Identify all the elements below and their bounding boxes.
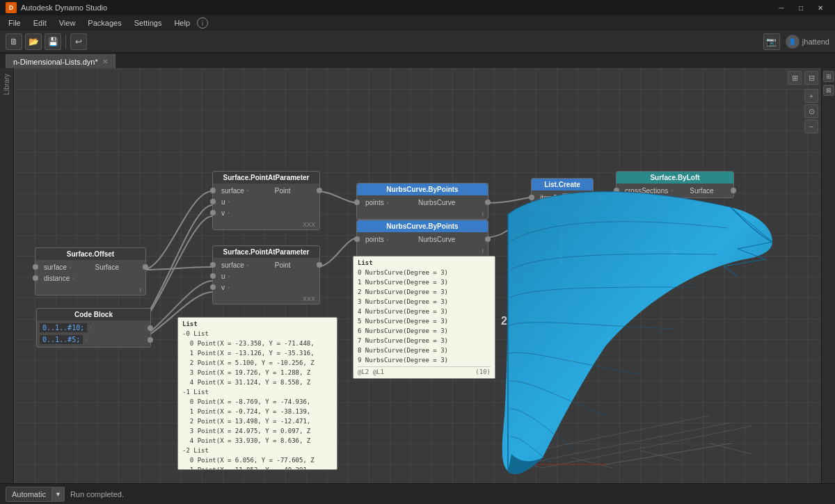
sp2-u-port[interactable] — [210, 273, 216, 279]
view-3d-button[interactable]: ⊟ — [804, 71, 818, 85]
minimize-button[interactable]: ─ — [772, 0, 790, 15]
surface-point1-node[interactable]: Surface.PointAtParameter surface › Point… — [212, 171, 320, 230]
surface-port-right[interactable] — [143, 264, 148, 270]
list-create-header: List.Create — [532, 179, 593, 190]
sp2-output-port[interactable] — [317, 262, 322, 268]
canvas-controls: ⊞ ⊟ — [788, 71, 818, 85]
maximize-button[interactable]: □ — [792, 0, 810, 15]
sp2-v-row: v › — [213, 282, 319, 293]
menu-settings[interactable]: Settings — [129, 17, 168, 29]
sp2-surface-row: surface › Point — [213, 259, 319, 270]
svg-line-3 — [501, 457, 543, 468]
nurbs2-output-port[interactable] — [485, 236, 491, 242]
sp1-v-label: v — [218, 209, 228, 217]
status-text: Run completed. — [70, 490, 124, 498]
tabbar: n-Dimensional-Lists.dyn* ✕ — [0, 53, 835, 68]
code2-port-right[interactable] — [148, 337, 153, 343]
code1-port-right[interactable] — [148, 325, 153, 331]
nurbs2-node[interactable]: NurbsCurve.ByPoints points › NurbsCurve … — [356, 220, 488, 257]
view-2d-button[interactable]: ⊞ — [788, 71, 802, 85]
preview-tooltip-points: List -0 List 0 Point(X = -23.358, Y = -7… — [177, 317, 337, 470]
active-tab[interactable]: n-Dimensional-Lists.dyn* ✕ — [6, 54, 116, 68]
code-block-header: Code Block — [37, 309, 150, 320]
zoom-controls: + ⊙ − — [804, 89, 818, 133]
surface-byloft-node[interactable]: Surface.ByLoft crossSections › Surface — [616, 171, 734, 198]
list-item0-port[interactable] — [529, 195, 534, 200]
surface-offset-header: Surface.Offset — [35, 248, 145, 260]
menu-file[interactable]: File — [3, 17, 26, 29]
list-create-controls: + - — [559, 193, 583, 202]
nurbs2-output-label: NurbsCurve — [415, 236, 458, 243]
sp1-output-port[interactable] — [317, 188, 322, 193]
close-button[interactable]: ✕ — [811, 0, 829, 15]
surface-offset-node[interactable]: Surface.Offset surface › Surface distanc… — [35, 247, 146, 295]
list-item1-port[interactable] — [529, 206, 534, 211]
run-mode-label: Automatic — [6, 490, 51, 498]
run-mode-arrow[interactable]: ▼ — [51, 487, 64, 502]
save-button[interactable]: 💾 — [45, 33, 61, 50]
surface-arrow: › — [70, 264, 72, 270]
surface-port-left[interactable] — [33, 264, 38, 270]
undo-button[interactable]: ↩ — [70, 33, 87, 50]
byloft-output-port[interactable] — [731, 188, 736, 193]
canvas-label-2: 2 — [501, 315, 507, 327]
list-output-port[interactable] — [598, 195, 603, 200]
list-add-button[interactable]: + — [562, 193, 571, 202]
nurbs1-body: points › NurbsCurve — [357, 195, 488, 209]
surface-label: surface — [41, 263, 70, 271]
tab-close-button[interactable]: ✕ — [102, 58, 108, 65]
menu-view[interactable]: View — [54, 17, 81, 29]
list-item0-label: item0 — [537, 194, 559, 202]
preview1-title: List — [182, 320, 333, 327]
main-area: Library — [0, 68, 835, 483]
sp1-v-port[interactable] — [210, 210, 216, 216]
open-button[interactable]: 📂 — [25, 33, 42, 50]
nurbs1-points-port[interactable] — [354, 200, 360, 205]
surface-point2-node[interactable]: Surface.PointAtParameter surface › Point… — [212, 245, 320, 304]
menu-packages[interactable]: Packages — [82, 17, 127, 29]
info-icon[interactable]: i — [197, 17, 208, 29]
nurbs2-header: NurbsCurve.ByPoints — [357, 220, 488, 232]
svg-line-1 — [522, 423, 731, 464]
surface-offset-footer: I — [35, 285, 145, 295]
list-output-label: list — [583, 194, 597, 202]
code-block-node[interactable]: Code Block 0..1..#10; › 0..1..#5; › — [36, 308, 151, 348]
canvas[interactable]: Surface.Offset surface › Surface distanc… — [14, 68, 821, 483]
list-create-node[interactable]: List.Create item0 + - list item1 — [531, 178, 594, 216]
svg-line-7 — [605, 444, 731, 464]
sp1-output-label: Point — [272, 187, 294, 195]
nurbs1-output-port[interactable] — [485, 200, 491, 205]
run-dropdown[interactable]: Automatic ▼ — [6, 487, 65, 502]
code-line2: 0..1..#5; — [40, 335, 83, 344]
sp1-u-port[interactable] — [210, 199, 216, 204]
sp2-v-label: v — [218, 284, 228, 291]
nurbs1-node[interactable]: NurbsCurve.ByPoints points › NurbsCurve … — [356, 183, 488, 220]
sp1-u-label: u — [218, 198, 228, 206]
new-button[interactable]: 🗎 — [6, 33, 22, 50]
canvas-label-1: 1 — [558, 254, 564, 267]
surface-offset-surface-row: surface › Surface — [35, 261, 145, 273]
right-panel-btn1[interactable]: ⊞ — [823, 71, 834, 82]
right-panel: ⊞ ⊠ — [821, 68, 835, 483]
list-remove-button[interactable]: - — [572, 193, 580, 202]
distance-arrow: › — [72, 275, 74, 282]
nurbs2-footer: I — [357, 246, 488, 256]
sp2-v-port[interactable] — [210, 284, 216, 290]
zoom-out-button[interactable]: − — [804, 120, 818, 133]
menu-edit[interactable]: Edit — [28, 17, 52, 29]
byloft-sections-port[interactable] — [614, 188, 619, 193]
zoom-fit-button[interactable]: ⊙ — [804, 104, 818, 118]
toolbar-right: 📷 👤 jhattend — [763, 33, 829, 50]
sp1-surface-port[interactable] — [210, 188, 216, 193]
camera-button[interactable]: 📷 — [763, 33, 780, 50]
surface-point2-header: Surface.PointAtParameter — [213, 246, 319, 258]
menu-help[interactable]: Help — [168, 17, 196, 29]
distance-port-left[interactable] — [33, 275, 38, 281]
sidebar: Library — [0, 68, 14, 483]
zoom-in-button[interactable]: + — [804, 89, 818, 103]
nurbs2-points-port[interactable] — [354, 236, 360, 242]
sp2-surface-port[interactable] — [210, 262, 216, 268]
toolbar: 🗎 📂 💾 ↩ 📷 👤 jhattend — [0, 31, 835, 53]
right-panel-btn2[interactable]: ⊠ — [823, 85, 834, 96]
user-info: 👤 jhattend — [786, 35, 829, 49]
